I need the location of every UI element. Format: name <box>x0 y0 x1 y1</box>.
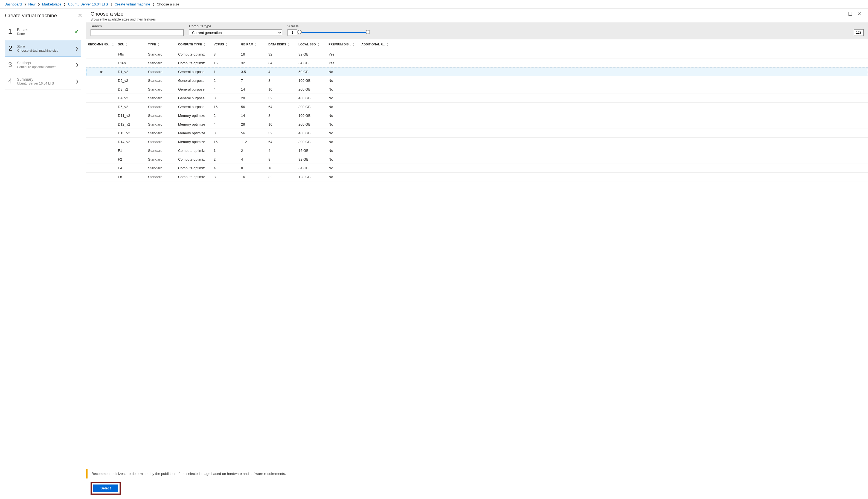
table-cell <box>360 138 868 146</box>
table-cell: No <box>327 138 360 146</box>
table-cell: F16s <box>116 59 146 68</box>
chevron-right-icon: ❯ <box>24 3 26 6</box>
table-cell: 2 <box>240 146 267 155</box>
table-row[interactable]: D12_v2StandardMemory optimize42816200 GB… <box>86 120 868 129</box>
close-icon[interactable]: ✕ <box>78 13 82 19</box>
breadcrumb-link[interactable]: Dashboard <box>4 2 22 6</box>
table-cell: No <box>327 146 360 155</box>
table-cell <box>86 164 116 173</box>
column-header[interactable]: TYPE ▲▼ <box>146 39 176 50</box>
table-cell <box>86 146 116 155</box>
table-row[interactable]: D13_v2StandardMemory optimize85632400 GB… <box>86 129 868 138</box>
table-cell: General purpose <box>176 68 212 76</box>
table-cell: 16 <box>267 85 297 94</box>
breadcrumb-link[interactable]: New <box>28 2 36 6</box>
table-cell: D14_v2 <box>116 138 146 146</box>
chevron-right-icon: ❯ <box>152 3 155 6</box>
table-cell <box>86 129 116 138</box>
column-header[interactable]: DATA DISKS ▲▼ <box>267 39 297 50</box>
table-cell: No <box>327 94 360 102</box>
slider-thumb-min[interactable] <box>297 30 302 34</box>
breadcrumb-link[interactable]: Marketplace <box>42 2 62 6</box>
table-cell: Standard <box>146 59 176 68</box>
table-row[interactable]: F8StandardCompute optimiz81632128 GBNo <box>86 173 868 181</box>
step-label: Basics <box>17 28 28 32</box>
table-cell: F8 <box>116 173 146 181</box>
table-cell: 16 <box>240 50 267 59</box>
compute-type-label: Compute type <box>189 24 282 28</box>
select-button[interactable]: Select <box>93 485 118 492</box>
table-row[interactable]: D3_v2StandardGeneral purpose41416200 GBN… <box>86 85 868 94</box>
table-cell <box>360 129 868 138</box>
column-header[interactable]: VCPUS ▲▼ <box>212 39 240 50</box>
table-cell <box>86 173 116 181</box>
table-cell <box>360 102 868 111</box>
table-cell: No <box>327 129 360 138</box>
chevron-right-icon: ❯ <box>110 3 112 6</box>
select-button-highlight: Select <box>90 482 121 495</box>
table-cell: 100 GB <box>297 76 327 85</box>
close-icon[interactable]: ✕ <box>857 11 861 17</box>
breadcrumb: Dashboard ❯ New ❯ Marketplace ❯ Ubuntu S… <box>0 0 868 9</box>
column-header[interactable]: SKU ▲▼ <box>116 39 146 50</box>
step-size[interactable]: 2 Size Choose virtual machine size ❯ <box>5 40 81 57</box>
table-cell: No <box>327 164 360 173</box>
table-cell: 4 <box>267 146 297 155</box>
step-summary[interactable]: 4 Summary Ubuntu Server 16.04 LTS ❯ <box>5 73 81 89</box>
table-row[interactable]: D4_v2StandardGeneral purpose82832400 GBN… <box>86 94 868 102</box>
table-cell: 32 GB <box>297 155 327 164</box>
table-cell: 400 GB <box>297 129 327 138</box>
table-cell: 64 <box>267 59 297 68</box>
step-settings[interactable]: 3 Settings Configure optional features ❯ <box>5 57 81 73</box>
search-input[interactable] <box>90 29 184 36</box>
vcpu-min-input[interactable] <box>288 29 297 36</box>
table-cell: F4 <box>116 164 146 173</box>
table-cell: D2_v2 <box>116 76 146 85</box>
column-header[interactable]: LOCAL SSD ▲▼ <box>297 39 327 50</box>
table-row[interactable]: D5_v2StandardGeneral purpose165664800 GB… <box>86 102 868 111</box>
table-cell: Memory optimize <box>176 138 212 146</box>
table-row[interactable]: F1StandardCompute optimiz12416 GBNo <box>86 146 868 155</box>
table-cell: Standard <box>146 138 176 146</box>
table-cell: Standard <box>146 85 176 94</box>
recommendation-note: Recommended sizes are determined by the … <box>86 469 868 478</box>
chevron-right-icon: ❯ <box>75 46 78 51</box>
table-cell: 7 <box>240 76 267 85</box>
maximize-icon[interactable]: ☐ <box>848 11 852 17</box>
table-row[interactable]: F2StandardCompute optimiz24832 GBNo <box>86 155 868 164</box>
table-cell: Standard <box>146 173 176 181</box>
table-cell: 8 <box>212 94 240 102</box>
table-row[interactable]: F16sStandardCompute optimiz16326464 GBYe… <box>86 59 868 68</box>
vcpu-max-input[interactable] <box>854 29 864 36</box>
table-row[interactable]: D14_v2StandardMemory optimize1611264800 … <box>86 138 868 146</box>
table-row[interactable]: F8sStandardCompute optimiz8163232 GBYes <box>86 50 868 59</box>
step-sub: Configure optional features <box>17 65 56 69</box>
slider-thumb-max[interactable] <box>366 30 370 34</box>
column-header[interactable]: GB RAM ▲▼ <box>240 39 267 50</box>
vcpu-slider[interactable] <box>299 29 852 36</box>
compute-type-select[interactable]: Current generation <box>189 29 282 36</box>
step-sub: Ubuntu Server 16.04 LTS <box>17 82 54 85</box>
column-header[interactable]: RECOMMEND... ▲▼ <box>86 39 116 50</box>
table-cell: 32 <box>240 59 267 68</box>
table-cell: 128 GB <box>297 173 327 181</box>
column-header[interactable]: PREMIUM DIS... ▲▼ <box>327 39 360 50</box>
table-header-row: RECOMMEND... ▲▼SKU ▲▼TYPE ▲▼COMPUTE TYPE… <box>86 39 868 50</box>
step-basics[interactable]: 1 Basics Done ✔ <box>5 24 81 40</box>
table-row[interactable]: D11_v2StandardMemory optimize2148100 GBN… <box>86 111 868 120</box>
table-cell: 1 <box>212 146 240 155</box>
table-row[interactable]: D2_v2StandardGeneral purpose278100 GBNo <box>86 76 868 85</box>
breadcrumb-link[interactable]: Create virtual machine <box>114 2 150 6</box>
table-cell: 28 <box>240 94 267 102</box>
column-header[interactable]: ADDITIONAL F... ▲▼ <box>360 39 868 50</box>
table-cell: 16 <box>212 138 240 146</box>
breadcrumb-link[interactable]: Ubuntu Server 16.04 LTS <box>68 2 108 6</box>
table-row[interactable]: F4StandardCompute optimiz481664 GBNo <box>86 164 868 173</box>
size-table: RECOMMEND... ▲▼SKU ▲▼TYPE ▲▼COMPUTE TYPE… <box>86 39 868 468</box>
table-row[interactable]: ★D1_v2StandardGeneral purpose13.5450 GBN… <box>86 68 868 76</box>
table-cell: Standard <box>146 50 176 59</box>
breadcrumb-current: Choose a size <box>157 2 179 6</box>
table-cell: 8 <box>267 76 297 85</box>
column-header[interactable]: COMPUTE TYPE ▲▼ <box>176 39 212 50</box>
table-cell: No <box>327 173 360 181</box>
